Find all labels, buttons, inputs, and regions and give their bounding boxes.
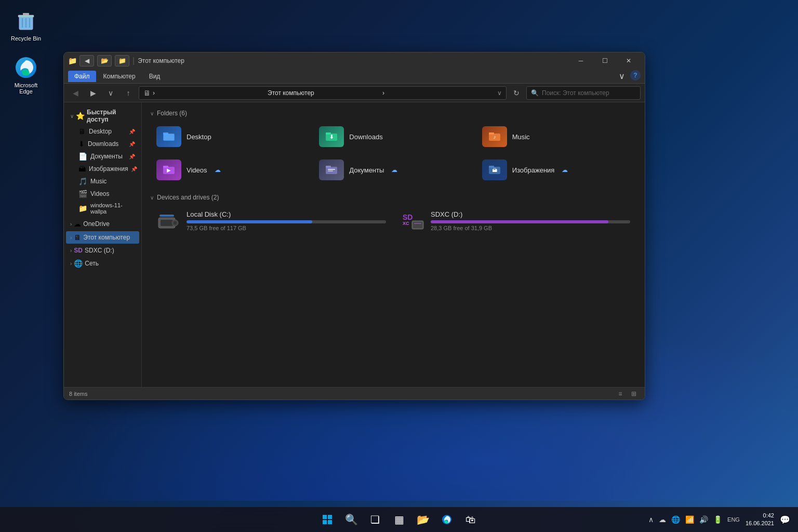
sidebar-docs-pin: 📌	[129, 154, 135, 159]
folder-documents[interactable]: Документы ☁	[313, 154, 473, 185]
svg-rect-37	[328, 515, 332, 519]
drive-d-bar-fill	[431, 220, 608, 223]
drive-d[interactable]: SD XC SDXC (D:) 28,3 GB free of 31,9 GB	[394, 205, 636, 236]
title-bar: 📁 ◀ 📂 📁 | Этот компьютер ─ ☐ ✕	[64, 52, 645, 69]
quick-access-header[interactable]: ∨ ⭐ Быстрый доступ	[66, 107, 139, 125]
title-bar-new-folder-btn[interactable]: 📁	[115, 55, 129, 66]
svg-rect-1	[18, 15, 34, 17]
clock-date: 16.06.2021	[746, 520, 774, 527]
sidebar-item-music[interactable]: 🎵 Music	[66, 175, 139, 188]
sidebar-item-documents[interactable]: 📄 Документы 📌	[66, 150, 139, 163]
ms-edge-icon[interactable]: Microsoft Edge	[5, 52, 47, 98]
svg-rect-39	[328, 520, 332, 524]
svg-rect-21	[328, 169, 335, 170]
sidebar-images-label: Изображения	[89, 165, 128, 172]
recycle-bin-icon[interactable]: Recycle Bin	[5, 5, 47, 45]
taskbar-taskview-btn[interactable]: ❏	[365, 509, 385, 530]
maximize-button[interactable]: ☐	[593, 52, 617, 69]
drive-c-name: Local Disk (C:)	[187, 210, 386, 218]
start-button[interactable]	[317, 509, 338, 530]
sidebar-wallpaper-icon: 📁	[78, 204, 87, 212]
systray-lang-icon[interactable]: ENG	[726, 515, 741, 524]
folders-chevron[interactable]: ∨	[150, 111, 154, 116]
svg-text:♪: ♪	[493, 134, 496, 140]
tab-help-btn[interactable]: ?	[630, 70, 641, 81]
sidebar-desktop-label: Desktop	[89, 128, 126, 135]
taskbar-right: ∧ ☁ 🌐 📶 🔊 🔋 ENG 0:42 16.06.2021 💬	[647, 512, 792, 528]
title-bar-folder-btn[interactable]: 📂	[97, 55, 112, 66]
view-toggle-buttons: ≡ ⊞	[615, 389, 640, 398]
nav-recent-btn[interactable]: ∨	[103, 86, 118, 100]
systray-volume-icon[interactable]: 🔊	[698, 514, 710, 525]
ribbon-tabs: Файл Компьютер Вид ∨ ?	[64, 69, 645, 84]
systray-battery-icon[interactable]: 🔋	[712, 514, 724, 525]
title-bar-sep: |	[132, 56, 135, 65]
folders-section-header: ∨ Folders (6)	[150, 110, 636, 117]
nav-forward-btn[interactable]: ▶	[86, 86, 100, 100]
drives-grid: Local Disk (C:) 73,5 GB free of 117 GB S…	[150, 205, 636, 236]
tab-computer[interactable]: Компьютер	[97, 71, 142, 82]
this-pc-chevron: ›	[70, 235, 72, 241]
network-label: Сеть	[85, 260, 99, 267]
sidebar-item-downloads[interactable]: ⬇ Downloads 📌	[66, 138, 139, 150]
taskbar-files-btn[interactable]: 📂	[413, 509, 433, 530]
search-bar[interactable]: 🔍 Поиск: Этот компьютер	[526, 86, 641, 100]
folder-music-name: Music	[512, 133, 530, 141]
folder-desktop-icon	[156, 126, 181, 147]
folder-images[interactable]: 🏔 Изображения ☁	[476, 154, 636, 185]
folder-downloads[interactable]: ⬇ Downloads	[313, 121, 473, 152]
address-bar[interactable]: 🖥 › Этот компьютер › ∨	[139, 86, 507, 100]
ms-edge-image	[14, 55, 38, 80]
refresh-btn[interactable]: ↻	[510, 86, 523, 100]
sidebar-item-desktop[interactable]: 🖥 Desktop 📌	[66, 125, 139, 138]
sdxc-header[interactable]: › SD SDXC (D:)	[66, 245, 139, 256]
onedrive-header[interactable]: › ☁ OneDrive	[66, 218, 139, 230]
ms-edge-label: Microsoft Edge	[8, 82, 44, 95]
taskbar-edge-btn[interactable]	[436, 509, 457, 530]
this-pc-header[interactable]: › 🖥 Этот компьютер	[66, 231, 139, 244]
drives-chevron[interactable]: ∨	[150, 195, 154, 201]
tab-file[interactable]: Файл	[68, 71, 96, 82]
drive-c[interactable]: Local Disk (C:) 73,5 GB free of 117 GB	[150, 205, 392, 236]
sidebar-downloads-icon: ⬇	[78, 140, 85, 148]
tab-view[interactable]: Вид	[143, 71, 167, 82]
sidebar-documents-icon: 📄	[78, 152, 87, 161]
taskbar-store-btn[interactable]: 🛍	[460, 509, 481, 530]
svg-rect-35	[414, 223, 421, 224]
sidebar-item-wallpaper[interactable]: 📁 windows-11-wallpa	[66, 200, 139, 217]
sidebar-item-videos[interactable]: 🎬 Videos	[66, 188, 139, 200]
sidebar-desktop-pin: 📌	[129, 129, 135, 135]
systray-cloud-icon[interactable]: ☁	[657, 514, 668, 525]
grid-view-btn[interactable]: ⊞	[628, 389, 640, 398]
tab-expand-btn[interactable]: ∨	[616, 70, 628, 82]
videos-cloud-badge: ☁	[215, 166, 221, 174]
sidebar-section-quick-access: ∨ ⭐ Быстрый доступ 🖥 Desktop 📌 ⬇ Downloa…	[64, 107, 141, 217]
title-bar-back-btn[interactable]: ◀	[79, 55, 94, 66]
systray-expand-icon[interactable]: ∧	[647, 514, 655, 525]
taskbar-search-btn[interactable]: 🔍	[341, 509, 362, 530]
title-bar-title: Этот компьютер	[138, 57, 566, 64]
taskbar-widgets-btn[interactable]: ▦	[389, 509, 409, 530]
minimize-button[interactable]: ─	[569, 52, 593, 69]
taskbar-clock[interactable]: 0:42 16.06.2021	[746, 512, 774, 528]
sidebar-videos-icon: 🎬	[78, 190, 87, 198]
folder-music[interactable]: ♪ Music	[476, 121, 636, 152]
folder-videos[interactable]: ▶ Videos ☁	[150, 154, 311, 185]
systray-wifi-icon[interactable]: 📶	[684, 514, 696, 525]
network-icon: 🌐	[74, 259, 83, 268]
systray-network-icon[interactable]: 🌐	[670, 514, 682, 525]
sidebar-item-images[interactable]: 🏔 Изображения 📌	[66, 163, 139, 175]
nav-up-btn[interactable]: ↑	[121, 86, 136, 100]
close-button[interactable]: ✕	[617, 52, 641, 69]
svg-rect-2	[23, 13, 29, 15]
list-view-btn[interactable]: ≡	[615, 389, 626, 398]
drive-c-bar-fill	[187, 220, 312, 223]
address-bar-path: ›	[153, 89, 265, 97]
folder-desktop[interactable]: Desktop	[150, 121, 311, 152]
systray-notif-icon[interactable]: 💬	[778, 514, 792, 526]
nav-back-btn[interactable]: ◀	[68, 86, 83, 100]
address-bar-chevron[interactable]: ∨	[497, 89, 502, 97]
quick-access-label: Быстрый доступ	[87, 109, 135, 123]
network-header[interactable]: › 🌐 Сеть	[66, 257, 139, 270]
search-icon: 🔍	[531, 89, 539, 97]
